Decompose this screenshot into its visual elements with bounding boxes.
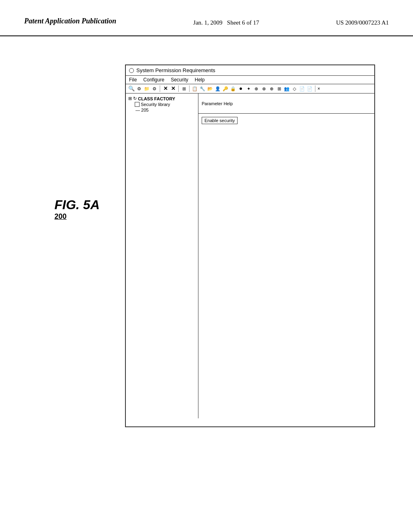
menu-security[interactable]: Security <box>171 77 188 83</box>
star-icon[interactable]: ✦ <box>245 85 252 92</box>
tree-arrow-icon: ↻ <box>133 96 137 101</box>
remove-icon[interactable]: ✕ <box>170 85 176 92</box>
tree-panel: ⊞ ↻ CLASS FACTORY Security library — 205 <box>126 94 198 418</box>
people-icon[interactable]: 👥 <box>284 85 290 92</box>
right-panel: Parameter Help Enable security <box>198 94 374 418</box>
circle3-icon[interactable]: ⊕ <box>268 85 275 92</box>
menu-file[interactable]: File <box>129 77 137 83</box>
tree-expand-icon[interactable]: ⊞ <box>128 96 132 101</box>
date-sheet-info: Jan. 1, 2009 Sheet 6 of 17 <box>193 16 259 27</box>
folder2-icon[interactable]: 📂 <box>207 85 213 92</box>
enable-security-area: Enable security <box>198 114 374 418</box>
window-title: System Permission Requirements <box>136 67 215 73</box>
patent-number: US 2009/0007223 A1 <box>336 16 389 27</box>
separator-2 <box>178 85 179 92</box>
doc2-icon[interactable]: 📄 <box>307 85 313 92</box>
user-icon[interactable]: 👤 <box>215 85 221 92</box>
menu-configure[interactable]: Configure <box>143 77 164 83</box>
delete-icon[interactable]: ✕ <box>162 85 169 92</box>
parameter-help-area: Parameter Help <box>198 94 374 114</box>
doc1-icon[interactable]: 📄 <box>299 85 305 92</box>
menu-help[interactable]: Help <box>195 77 205 83</box>
enable-security-button[interactable]: Enable security <box>202 117 238 124</box>
figure-label-area: FIG. 5A 200 <box>54 197 100 221</box>
circle2-icon[interactable]: ⊗ <box>261 85 267 92</box>
tree-root-item[interactable]: ⊞ ↻ CLASS FACTORY <box>128 96 196 101</box>
workspace: ⊞ ↻ CLASS FACTORY Security library — 205… <box>126 94 374 418</box>
grid-icon[interactable]: ⊞ <box>276 85 282 92</box>
lock2-icon[interactable]: 🔒 <box>230 85 236 92</box>
settings-icon[interactable]: ⚙ <box>136 85 142 92</box>
circle1-icon[interactable]: ⊕ <box>253 85 259 92</box>
dot-icon[interactable]: ● <box>238 85 244 92</box>
window-icon <box>129 68 134 73</box>
table-icon[interactable]: ⊞ <box>181 85 187 92</box>
tree-child-icon <box>135 102 140 107</box>
tree-child-label: Security library <box>141 102 170 107</box>
separator-3 <box>189 85 190 92</box>
toolbar-row1: 🔍 ⚙ 📁 ⚙ ✕ ✕ ⊞ 📋 🔧 📂 👤 🔑 🔒 ● ✦ ⊕ ⊗ ⊕ ⊞ 👥 … <box>126 84 374 94</box>
page-header: Patent Application Publication Jan. 1, 2… <box>0 0 413 36</box>
parameter-help-label: Parameter Help <box>202 101 233 106</box>
publication-label: Patent Application Publication <box>24 16 116 26</box>
hierarchy-icon[interactable]: 🔧 <box>199 85 206 92</box>
gear-icon[interactable]: ⚙ <box>151 85 158 92</box>
diamond-icon[interactable]: ◇ <box>291 85 298 92</box>
tree-root-label: CLASS FACTORY <box>138 96 175 101</box>
tree-child-item[interactable]: Security library <box>135 102 196 107</box>
figure-ref: 200 <box>54 212 100 221</box>
separator-1 <box>160 85 160 92</box>
lock-icon[interactable]: 🔑 <box>222 85 229 92</box>
separator-4 <box>315 85 315 92</box>
folder-icon[interactable]: 📁 <box>144 85 150 92</box>
title-bar: System Permission Requirements <box>126 65 374 76</box>
figure-title: FIG. 5A <box>54 197 100 212</box>
ref-205-label: — 205 <box>136 108 196 112</box>
close-icon[interactable]: × <box>317 86 320 92</box>
search-icon[interactable]: 🔍 <box>128 85 135 92</box>
class-icon[interactable]: 📋 <box>192 85 198 92</box>
application-window: System Permission Requirements File Conf… <box>125 64 375 427</box>
menu-bar[interactable]: File Configure Security Help <box>126 76 374 84</box>
